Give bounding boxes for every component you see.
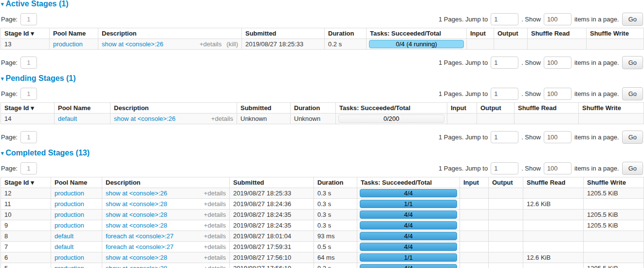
- description-link[interactable]: show at <console>:28: [106, 222, 167, 229]
- pool-name-link[interactable]: production: [55, 200, 84, 208]
- column-header-8[interactable]: Shuffle Read: [515, 103, 579, 114]
- pool-name-link[interactable]: production: [55, 222, 84, 229]
- page-number-input[interactable]: [20, 88, 37, 100]
- description-content: show at <console>:28+details: [106, 211, 226, 218]
- items-per-page-input[interactable]: [544, 13, 571, 25]
- column-header-0[interactable]: Stage Id ▾: [1, 103, 55, 114]
- output-cell: [477, 114, 515, 124]
- details-link[interactable]: +details: [204, 254, 226, 261]
- column-header-2[interactable]: Description: [110, 103, 237, 114]
- pool-name-link[interactable]: production: [55, 211, 84, 218]
- column-header-9[interactable]: Shuffle Write: [587, 28, 644, 39]
- go-button[interactable]: Go: [622, 131, 643, 144]
- items-per-page-input[interactable]: [544, 131, 571, 143]
- go-button[interactable]: Go: [622, 56, 643, 69]
- items-per-page-label: items in a page.: [574, 134, 619, 141]
- pool-name-link[interactable]: default: [58, 115, 77, 122]
- details-link[interactable]: +details: [211, 115, 233, 122]
- section-heading-completed[interactable]: ▾Completed Stages (13): [1, 149, 644, 157]
- details-link[interactable]: +details: [204, 200, 226, 208]
- duration-cell: 0.5 s: [314, 242, 357, 252]
- stage-id-cell: 12: [1, 188, 51, 199]
- description-link[interactable]: show at <console>:26: [106, 190, 167, 197]
- pages-jump-label: 1 Pages. Jump to: [439, 59, 488, 66]
- pool-name-cell: production: [51, 188, 102, 199]
- jump-to-page-input[interactable]: [491, 88, 518, 100]
- column-header-0[interactable]: Stage Id ▾: [1, 28, 50, 39]
- details-link[interactable]: +details: [200, 40, 221, 48]
- column-header-6[interactable]: Input: [460, 177, 489, 188]
- section-heading-active[interactable]: ▾Active Stages (1): [1, 0, 644, 8]
- column-header-7[interactable]: Output: [494, 28, 528, 39]
- pool-name-link[interactable]: production: [55, 254, 84, 261]
- column-header-4[interactable]: Duration: [325, 28, 367, 39]
- description-link[interactable]: show at <console>:28: [106, 200, 167, 208]
- description-link[interactable]: show at <console>:28: [106, 254, 167, 261]
- column-header-5[interactable]: Tasks: Succeeded/Total: [336, 103, 447, 114]
- go-button[interactable]: Go: [622, 87, 643, 100]
- pool-name-link[interactable]: default: [55, 243, 74, 250]
- jump-to-page-input[interactable]: [491, 57, 518, 69]
- pagination-row-pending-bottom: Page:1 Pages. Jump to. Showitems in a pa…: [1, 131, 643, 143]
- column-header-8[interactable]: Shuffle Read: [523, 177, 584, 188]
- column-header-9[interactable]: Shuffle Write: [584, 177, 644, 188]
- items-per-page-input[interactable]: [544, 162, 571, 174]
- description-link[interactable]: show at <console>:28: [106, 211, 167, 218]
- page-number-input[interactable]: [20, 57, 37, 69]
- column-header-1[interactable]: Pool Name: [55, 103, 110, 114]
- description-link[interactable]: show at <console>:26: [102, 40, 163, 48]
- jump-to-page-input[interactable]: [491, 162, 518, 174]
- description-content: foreach at <console>:27+details: [106, 232, 226, 240]
- details-link[interactable]: +details: [204, 190, 226, 197]
- column-header-4[interactable]: Duration: [314, 177, 357, 188]
- column-header-3[interactable]: Submitted: [230, 177, 314, 188]
- section-heading-pending[interactable]: ▾Pending Stages (1): [1, 75, 644, 82]
- duration-cell: 0.3 s: [314, 220, 357, 231]
- pool-name-link[interactable]: production: [55, 265, 84, 268]
- column-header-7[interactable]: Output: [477, 103, 515, 114]
- column-header-2[interactable]: Description: [102, 177, 230, 188]
- details-link[interactable]: +details: [204, 222, 226, 229]
- jump-to-page-input[interactable]: [491, 131, 518, 143]
- description-link[interactable]: foreach at <console>:27: [106, 243, 174, 250]
- page-number-input[interactable]: [20, 131, 37, 143]
- details-link[interactable]: +details: [204, 243, 226, 250]
- column-header-6[interactable]: Input: [467, 28, 494, 39]
- pool-name-link[interactable]: production: [55, 190, 84, 197]
- pool-name-cell: default: [51, 231, 102, 242]
- column-header-7[interactable]: Output: [489, 177, 523, 188]
- column-header-3[interactable]: Submitted: [242, 28, 325, 39]
- column-header-5[interactable]: Tasks: Succeeded/Total: [357, 177, 460, 188]
- pool-name-link[interactable]: default: [55, 232, 74, 240]
- column-header-1[interactable]: Pool Name: [51, 177, 102, 188]
- items-per-page-input[interactable]: [544, 57, 571, 69]
- pool-name-link[interactable]: production: [53, 40, 83, 48]
- description-link[interactable]: show at <console>:26: [114, 115, 175, 122]
- output-cell: [489, 210, 523, 220]
- jump-to-page-input[interactable]: [491, 13, 518, 25]
- column-header-0[interactable]: Stage Id ▾: [1, 177, 51, 188]
- go-button[interactable]: Go: [622, 13, 643, 26]
- column-header-6[interactable]: Input: [447, 103, 477, 114]
- kill-link[interactable]: (kill): [226, 40, 238, 48]
- submitted-cell: 2019/08/27 17:59:31: [230, 242, 314, 252]
- column-header-1[interactable]: Pool Name: [50, 28, 98, 39]
- page-number-input[interactable]: [20, 13, 37, 25]
- column-header-5[interactable]: Tasks: Succeeded/Total: [367, 28, 467, 39]
- column-header-4[interactable]: Duration: [291, 103, 336, 114]
- column-header-9[interactable]: Shuffle Write: [579, 103, 644, 114]
- details-link[interactable]: +details: [204, 211, 226, 218]
- column-header-8[interactable]: Shuffle Read: [528, 28, 587, 39]
- description-link[interactable]: foreach at <console>:27: [106, 232, 174, 240]
- submitted-cell: 2019/08/27 18:24:35: [230, 210, 314, 220]
- tasks-cell: 0/4 (4 running): [367, 39, 467, 50]
- description-link[interactable]: show at <console>:28: [106, 265, 167, 268]
- details-link[interactable]: +details: [204, 265, 226, 268]
- column-header-2[interactable]: Description: [98, 28, 242, 39]
- column-header-3[interactable]: Submitted: [237, 103, 291, 114]
- go-button[interactable]: Go: [622, 162, 643, 175]
- items-per-page-input[interactable]: [544, 88, 571, 100]
- page-number-input[interactable]: [20, 162, 37, 174]
- details-link[interactable]: +details: [204, 232, 226, 240]
- pagination-left: Page:: [1, 131, 37, 143]
